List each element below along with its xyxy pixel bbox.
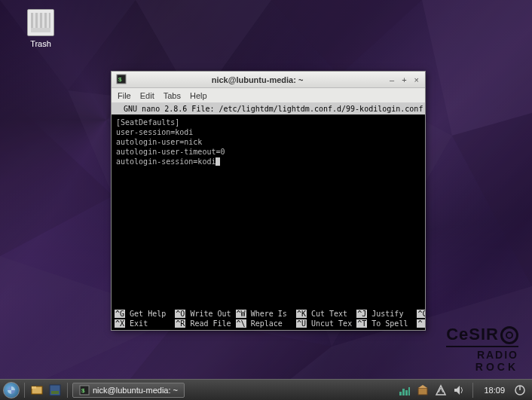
svg-rect-19 xyxy=(51,391,59,394)
network-icon[interactable] xyxy=(435,384,447,396)
terminal-app-icon: $ xyxy=(116,74,127,86)
svg-marker-3 xyxy=(422,0,532,136)
svg-marker-28 xyxy=(454,386,460,395)
svg-rect-22 xyxy=(399,392,402,395)
nano-filename: File: /etc/lightdm/lightdm.conf.d/99-kod… xyxy=(191,104,423,114)
logout-icon[interactable] xyxy=(514,384,526,396)
svg-text:$: $ xyxy=(118,76,122,83)
maximize-button[interactable]: + xyxy=(400,75,408,84)
volume-icon[interactable] xyxy=(453,384,465,396)
window-menubar: File Edit Tabs Help xyxy=(112,88,425,103)
menu-help[interactable]: Help xyxy=(190,91,207,100)
svg-rect-17 xyxy=(32,386,36,389)
taskbar: $ nick@lubuntu-media: ~ 18:09 xyxy=(0,379,532,400)
file-manager-launcher[interactable] xyxy=(29,383,44,398)
taskbar-app-terminal[interactable]: $ nick@lubuntu-media: ~ xyxy=(72,383,185,398)
window-title: nick@lubuntu-media: ~ xyxy=(127,75,388,84)
nano-line: autologin-session=kodi xyxy=(116,157,216,166)
terminal-window: $ nick@lubuntu-media: ~ – + × File Edit … xyxy=(111,71,426,331)
nano-line: user-session=kodi xyxy=(116,128,193,136)
svg-text:$: $ xyxy=(81,387,85,394)
svg-marker-2 xyxy=(271,0,422,75)
nano-shortcuts: ^G Get Help ^O Write Out ^W Where Is ^K … xyxy=(112,309,425,330)
svg-marker-27 xyxy=(418,385,427,388)
nano-line: [SeatDefaults] xyxy=(116,118,179,127)
desktop-trash[interactable]: Trash xyxy=(23,9,59,48)
menu-tabs[interactable]: Tabs xyxy=(164,91,181,100)
taskbar-separator xyxy=(67,383,68,398)
nano-modified: Modified xyxy=(423,104,425,114)
taskbar-separator xyxy=(472,383,473,398)
svg-rect-23 xyxy=(402,389,405,395)
nano-line: autologin-user=nick xyxy=(116,138,202,146)
trash-icon xyxy=(27,9,54,36)
nano-content: [SeatDefaults] user-session=kodi autolog… xyxy=(112,115,425,309)
svg-rect-26 xyxy=(418,388,427,395)
updates-icon[interactable] xyxy=(417,384,429,396)
nano-line: autologin-user-timeout=0 xyxy=(116,148,225,156)
taskbar-separator xyxy=(24,383,25,398)
text-cursor xyxy=(216,157,220,166)
svg-rect-25 xyxy=(408,387,410,395)
close-button[interactable]: × xyxy=(413,75,420,84)
menu-edit[interactable]: Edit xyxy=(140,91,154,100)
nano-version: GNU nano 2.8.6 xyxy=(115,104,191,114)
window-titlebar[interactable]: $ nick@lubuntu-media: ~ – + × xyxy=(112,72,425,88)
taskbar-app-label: nick@lubuntu-media: ~ xyxy=(93,386,178,395)
svg-marker-8 xyxy=(452,113,532,286)
minimize-button[interactable]: – xyxy=(388,75,396,84)
cpu-monitor-icon[interactable] xyxy=(399,384,411,396)
terminal-body[interactable]: GNU nano 2.8.6 File: /etc/lightdm/lightd… xyxy=(112,103,425,330)
menu-file[interactable]: File xyxy=(118,91,131,100)
system-tray: 18:09 xyxy=(399,383,529,398)
nano-header: GNU nano 2.8.6 File: /etc/lightdm/lightd… xyxy=(112,103,425,115)
terminal-icon: $ xyxy=(79,385,90,395)
trash-label: Trash xyxy=(23,39,59,48)
start-menu-button[interactable] xyxy=(3,382,20,398)
show-desktop-launcher[interactable] xyxy=(47,383,63,398)
taskbar-clock[interactable]: 18:09 xyxy=(481,386,508,395)
svg-rect-24 xyxy=(405,390,408,395)
